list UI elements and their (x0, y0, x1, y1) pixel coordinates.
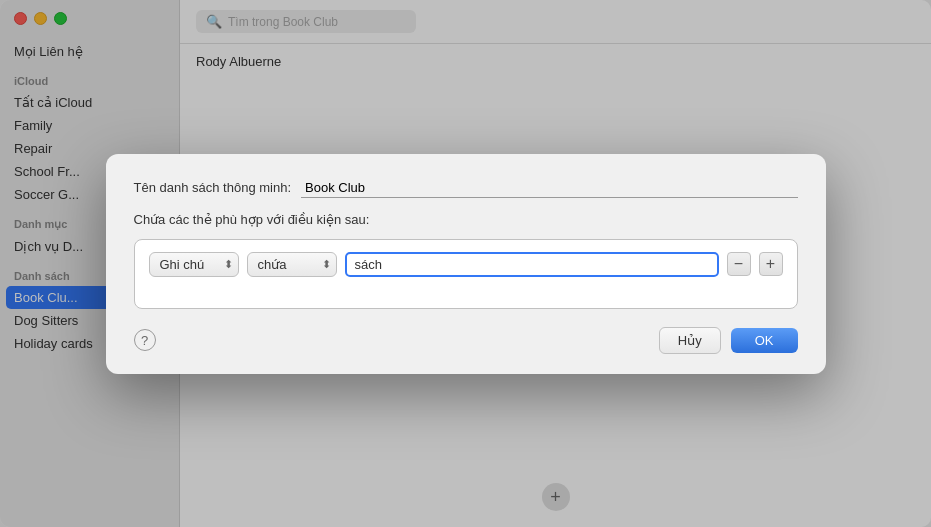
cancel-button[interactable]: Hủy (659, 327, 721, 354)
smart-list-name-input[interactable] (301, 178, 797, 198)
ok-button[interactable]: OK (731, 328, 798, 353)
operator-select-wrapper: chứa (247, 252, 337, 277)
dialog-subtitle: Chứa các thẻ phù hợp với điều kiện sau: (134, 212, 798, 227)
help-button[interactable]: ? (134, 329, 156, 351)
field-select-wrapper: Ghi chú (149, 252, 239, 277)
dialog-footer: ? Hủy OK (134, 327, 798, 354)
field-select[interactable]: Ghi chú (149, 252, 239, 277)
dialog-title-row: Tên danh sách thông minh: (134, 178, 798, 198)
dialog-title-label: Tên danh sách thông minh: (134, 180, 292, 195)
operator-select[interactable]: chứa (247, 252, 337, 277)
add-condition-button[interactable]: + (759, 252, 783, 276)
condition-box: Ghi chú chứa − + (134, 239, 798, 309)
condition-row: Ghi chú chứa − + (149, 252, 783, 277)
condition-value-input[interactable] (345, 252, 719, 277)
footer-buttons: Hủy OK (659, 327, 798, 354)
remove-condition-button[interactable]: − (727, 252, 751, 276)
smart-list-dialog: Tên danh sách thông minh: Chứa các thẻ p… (106, 154, 826, 374)
